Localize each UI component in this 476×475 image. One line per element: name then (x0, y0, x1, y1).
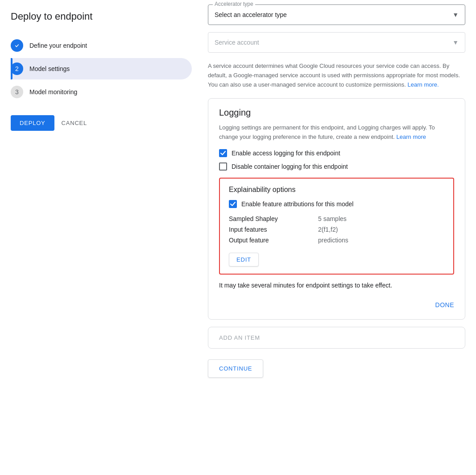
add-item-label: ADD AN ITEM (219, 334, 260, 341)
access-logging-checkbox[interactable] (219, 149, 227, 157)
service-account-select[interactable]: Service account ▼ (208, 32, 465, 53)
accelerator-dropdown-icon: ▼ (452, 11, 459, 18)
container-logging-checkbox[interactable] (219, 162, 227, 171)
step-1-label: Define your endpoint (29, 42, 87, 49)
accelerator-type-select[interactable]: Accelerator type Select an accelerator t… (208, 4, 465, 25)
access-logging-label: Enable access logging for this endpoint (232, 150, 340, 157)
cancel-button[interactable]: CANCEL (62, 120, 87, 126)
output-feature-value: predictions (318, 237, 348, 244)
step-1-icon (11, 39, 23, 52)
step-3-model-monitoring[interactable]: 3 Model monitoring (11, 81, 192, 103)
feature-attributions-checkbox-item[interactable]: Enable feature attributions for this mod… (229, 200, 444, 208)
done-link-wrapper: DONE (219, 298, 454, 310)
input-features-value: 2(f1,f2) (318, 226, 338, 233)
step-2-label: Model settings (29, 65, 70, 72)
explainability-title: Explainability options (229, 186, 444, 194)
explainability-section: Explainability options Enable feature at… (219, 178, 454, 275)
step-3-icon: 3 (11, 86, 23, 98)
shapley-key: Sampled Shapley (229, 215, 318, 222)
deploy-button[interactable]: DEPLOY (11, 115, 54, 131)
shapley-value: 5 samples (318, 215, 347, 222)
logging-section: Logging Logging settings are permanent f… (208, 98, 465, 320)
edit-button[interactable]: EDIT (229, 253, 259, 267)
add-item-section[interactable]: ADD AN ITEM (208, 327, 465, 349)
logging-title: Logging (219, 108, 454, 118)
logging-learn-more-link[interactable]: Learn more (397, 133, 426, 140)
accelerator-type-label: Accelerator type (213, 1, 255, 7)
step-2-icon: 2 (11, 62, 23, 75)
feature-attributions-checkbox[interactable] (229, 200, 237, 208)
logging-description: Logging settings are permanent for this … (219, 123, 454, 142)
container-logging-label: Disable container logging for this endpo… (232, 163, 348, 170)
page-title: Deploy to endpoint (11, 11, 192, 22)
service-account-dropdown-icon: ▼ (452, 39, 459, 46)
service-account-info: A service account determines what Google… (208, 62, 465, 89)
output-feature-key: Output feature (229, 237, 318, 244)
explainability-row-shapley: Sampled Shapley 5 samples (229, 213, 444, 224)
accelerator-type-value: Select an accelerator type (215, 11, 287, 18)
explainability-row-output: Output feature predictions (229, 235, 444, 246)
feature-attributions-label: Enable feature attributions for this mod… (241, 200, 353, 208)
step-3-label: Model monitoring (29, 88, 77, 96)
input-features-key: Input features (229, 226, 318, 233)
continue-button[interactable]: CONTINUE (208, 359, 263, 378)
explainability-table: Sampled Shapley 5 samples Input features… (229, 213, 444, 246)
service-account-placeholder: Service account (215, 39, 259, 46)
explainability-row-input: Input features 2(f1,f2) (229, 224, 444, 235)
access-logging-checkbox-item[interactable]: Enable access logging for this endpoint (219, 149, 454, 157)
step-1-define-endpoint[interactable]: Define your endpoint (11, 35, 192, 56)
learn-more-link-1[interactable]: Learn more. (408, 81, 439, 88)
step-2-model-settings[interactable]: 2 Model settings (11, 58, 192, 79)
note-text: It may take several minutes for endpoint… (219, 282, 454, 289)
continue-section: CONTINUE (208, 356, 465, 387)
done-link[interactable]: DONE (435, 301, 454, 308)
container-logging-checkbox-item[interactable]: Disable container logging for this endpo… (219, 162, 454, 171)
svg-point-0 (14, 42, 21, 49)
